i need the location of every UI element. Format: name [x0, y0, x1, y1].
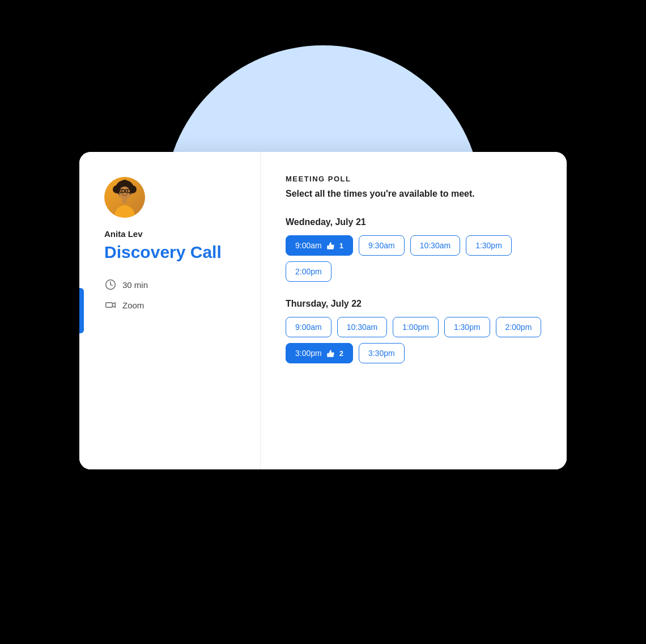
- time-text-1-0: 9:00am: [295, 323, 322, 332]
- accent-bar: [79, 288, 84, 333]
- event-details-panel: Anita Lev Discovery Call 30 min Zoom: [79, 152, 261, 469]
- event-title: Discovery Call: [104, 242, 240, 262]
- time-slot-1-3[interactable]: 1:30pm: [444, 317, 490, 337]
- poll-panel: MEETING POLL Select all the times you're…: [261, 152, 567, 469]
- meeting-poll-card: Anita Lev Discovery Call 30 min Zoom: [79, 152, 567, 469]
- host-name: Anita Lev: [104, 229, 240, 239]
- time-text-0-2: 10:30am: [420, 241, 450, 250]
- time-text-1-5: 3:00pm: [295, 349, 322, 358]
- day-section-0: Wedneday, July 219:00am19:30am10:30am1:3…: [286, 217, 542, 282]
- svg-point-4: [121, 180, 129, 188]
- time-slot-0-0[interactable]: 9:00am1: [286, 235, 353, 256]
- day-label-0: Wedneday, July 21: [286, 217, 542, 227]
- time-slot-0-1[interactable]: 9:30am: [359, 235, 405, 256]
- time-text-1-1: 10:30am: [347, 323, 377, 332]
- time-slot-0-3[interactable]: 1:30pm: [466, 235, 512, 256]
- time-text-0-3: 1:30pm: [475, 241, 502, 250]
- svg-rect-13: [106, 303, 113, 307]
- vote-count-1-5: 2: [339, 349, 343, 358]
- duration-item: 30 min: [104, 278, 240, 291]
- video-icon: [104, 299, 117, 311]
- poll-title: MEETING POLL: [286, 175, 542, 183]
- time-text-0-4: 2:00pm: [295, 267, 322, 276]
- day-section-1: Thursday, July 229:00am10:30am1:00pm1:30…: [286, 299, 542, 363]
- time-text-1-6: 3:30pm: [368, 349, 395, 358]
- vote-count-0-0: 1: [339, 242, 343, 250]
- time-slot-1-0[interactable]: 9:00am: [286, 317, 332, 337]
- time-slot-0-4[interactable]: 2:00pm: [286, 261, 332, 282]
- avatar: [104, 177, 145, 218]
- svg-rect-11: [122, 198, 127, 204]
- duration-text: 30 min: [122, 280, 148, 290]
- time-text-0-0: 9:00am: [295, 241, 322, 250]
- thumbs-up-icon: [326, 242, 335, 250]
- time-slot-1-5[interactable]: 3:00pm2: [286, 343, 353, 363]
- time-slot-1-4[interactable]: 2:00pm: [496, 317, 542, 337]
- platform-text: Zoom: [122, 300, 144, 310]
- days-container: Wedneday, July 219:00am19:30am10:30am1:3…: [286, 217, 542, 363]
- time-text-0-1: 9:30am: [368, 241, 395, 250]
- clock-icon: [104, 278, 117, 291]
- day-label-1: Thursday, July 22: [286, 299, 542, 309]
- thumbs-up-icon: [326, 349, 335, 358]
- svg-point-7: [127, 190, 129, 192]
- time-slots-0: 9:00am19:30am10:30am1:30pm2:00pm: [286, 235, 542, 282]
- platform-item: Zoom: [104, 299, 240, 311]
- time-text-1-4: 2:00pm: [505, 323, 532, 332]
- time-text-1-2: 1:00pm: [402, 323, 429, 332]
- time-slot-0-2[interactable]: 10:30am: [410, 235, 460, 256]
- svg-point-6: [121, 190, 123, 192]
- time-slot-1-2[interactable]: 1:00pm: [393, 317, 439, 337]
- time-slot-1-1[interactable]: 10:30am: [337, 317, 387, 337]
- time-slot-1-6[interactable]: 3:30pm: [359, 343, 405, 363]
- time-text-1-3: 1:30pm: [454, 323, 481, 332]
- poll-subtitle: Select all the times you're available to…: [286, 189, 542, 199]
- time-slots-1: 9:00am10:30am1:00pm1:30pm2:00pm3:00pm23:…: [286, 317, 542, 363]
